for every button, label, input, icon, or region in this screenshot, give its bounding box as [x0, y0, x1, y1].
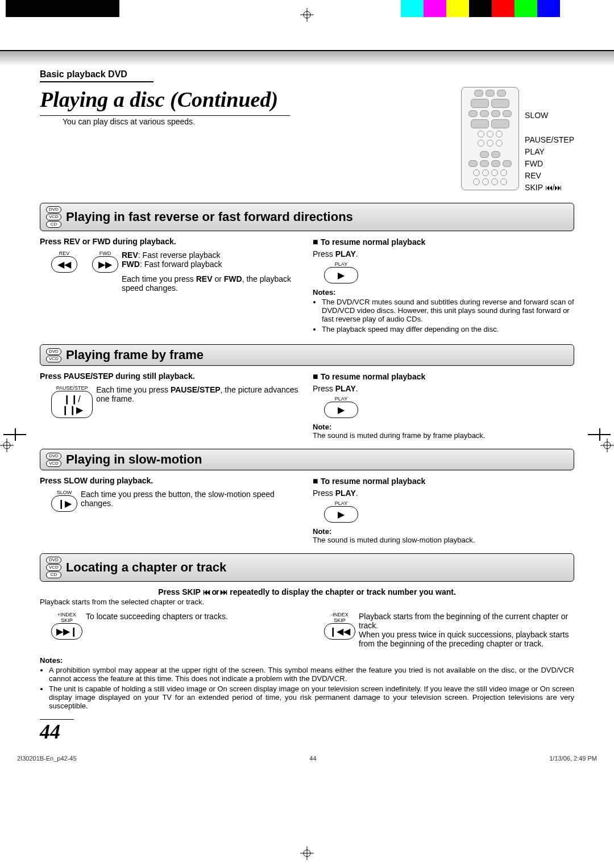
notes-list: The DVD/VCR mutes sound and subtitles du…: [313, 298, 574, 333]
pause-step-icon: ❙❙/❙❙▶: [51, 391, 93, 418]
remote-label: SKIP: [525, 183, 543, 192]
fwd-button-illustration: FWD ▶▶: [92, 251, 118, 273]
remote-label: SLOW: [525, 110, 574, 122]
print-footer: 2I30201B-En_p42-45 44 1/13/06, 2:49 PM: [17, 755, 597, 762]
note-item: The playback speed may differ depending …: [322, 325, 574, 333]
frame-desc: Each time you press PAUSE/STEP, the pict…: [96, 385, 301, 403]
resume-heading: ■ To resume normal playback: [313, 237, 574, 247]
disc-tag: VCD: [46, 460, 61, 467]
instruction-heading: Press SLOW during playback.: [40, 476, 301, 485]
slow-button-illustration: SLOW ❙▶: [51, 490, 77, 512]
resume-heading: ■ To resume normal playback: [313, 372, 574, 382]
page-number: 44: [40, 719, 74, 744]
section-heading-frame: DVD VCD Playing frame by frame: [40, 344, 574, 366]
skip-fwd-icon: ▶▶❙: [51, 623, 82, 640]
header-gradient: [0, 50, 614, 66]
skip-back-icon: ❙◀◀: [324, 623, 355, 640]
section-label: Basic playback DVD: [40, 69, 154, 82]
note-item: The DVD/VCR mutes sound and subtitles du…: [322, 298, 574, 323]
remote-callouts: SLOW PAUSE/STEP PLAY FWD REV SKIP ⏮/⏭: [525, 87, 574, 194]
disc-tag: DVD: [46, 206, 61, 213]
skip-instruction: Press SKIP ⏮ or ⏭ repeatedly to display …: [40, 587, 574, 596]
note-item: The unit is capable of holding a still v…: [49, 685, 574, 710]
skip-fwd-button-illustration: +INDEX SKIP ▶▶❙: [51, 612, 82, 640]
pause-step-button-illustration: PAUSE/STEP ❙❙/❙❙▶: [51, 385, 93, 418]
skip-icons: ⏮/⏭: [545, 183, 562, 192]
note-text: The sound is muted during slow-motion pl…: [313, 536, 574, 544]
section-heading-slow: DVD VCD Playing in slow-motion: [40, 449, 574, 470]
play-button-illustration: PLAY ▶: [324, 261, 358, 283]
remote-label: PAUSE/STEP: [525, 134, 574, 146]
intro-text: You can play discs at various speeds.: [63, 117, 290, 126]
disc-tag: VCD: [46, 356, 61, 362]
footer-date: 1/13/06, 2:49 PM: [549, 755, 597, 762]
section-heading-locate: DVD VCD CD Locating a chapter or track: [40, 553, 574, 582]
rev-icon: ◀◀: [51, 256, 77, 273]
play-button-illustration: PLAY ▶: [324, 396, 358, 418]
rev-button-illustration: REV ◀◀: [51, 251, 77, 273]
resume-heading: ■ To resume normal playback: [313, 476, 574, 486]
remote-label: PLAY: [525, 146, 574, 158]
resume-text: Press PLAY.: [313, 384, 574, 393]
color-registration-strip: [401, 0, 560, 17]
section-heading-fast: DVD VCD CD Playing in fast reverse or fa…: [40, 203, 574, 231]
skip-back-button-illustration: -INDEX SKIP ❙◀◀: [324, 612, 355, 640]
slow-icon: ❙▶: [51, 495, 77, 512]
fwd-icon: ▶▶: [92, 256, 118, 273]
skip-back-desc: Playback starts from the beginning of th…: [359, 612, 574, 648]
instruction-heading: Press REV or FWD during playback.: [40, 237, 301, 246]
skip-subtext: Playback starts from the selected chapte…: [40, 598, 574, 606]
page-title: Playing a disc (Continued): [40, 87, 290, 116]
note-heading: Note:: [313, 527, 574, 536]
resume-text: Press PLAY.: [313, 249, 574, 258]
disc-tag: VCD: [46, 564, 61, 571]
skip-fwd-desc: To locate succeeding chapters or tracks.: [86, 612, 228, 621]
note-item: A prohibition symbol may appear at the u…: [49, 666, 574, 683]
resume-text: Press PLAY.: [313, 489, 574, 498]
disc-tag: DVD: [46, 453, 61, 460]
instruction-heading: Press PAUSE/STEP during still playback.: [40, 372, 301, 381]
disc-tag: CD: [46, 221, 61, 228]
notes-heading: Notes:: [313, 288, 574, 297]
disc-tag: DVD: [46, 557, 61, 564]
registration-mark-icon: [300, 8, 314, 22]
remote-illustration: [461, 87, 519, 190]
disc-tag: DVD: [46, 348, 61, 355]
slow-desc: Each time you press the button, the slow…: [81, 490, 301, 508]
notes-list: A prohibition symbol may appear at the u…: [40, 666, 574, 710]
note-text: The sound is muted during frame by frame…: [313, 431, 574, 440]
notes-heading: Notes:: [40, 656, 574, 665]
play-icon: ▶: [324, 402, 358, 418]
footer-file: 2I30201B-En_p42-45: [17, 755, 77, 762]
play-button-illustration: PLAY ▶: [324, 500, 358, 523]
remote-label: REV: [525, 170, 574, 182]
remote-label: FWD: [525, 158, 574, 170]
note-heading: Note:: [313, 423, 574, 431]
play-icon: ▶: [324, 267, 358, 283]
disc-tag: VCD: [46, 214, 61, 220]
play-icon: ▶: [324, 506, 358, 523]
rev-fwd-desc: REV: Fast reverse playback FWD: Fast for…: [122, 251, 301, 293]
footer-page: 44: [309, 755, 316, 762]
disc-tag: CD: [46, 571, 61, 578]
